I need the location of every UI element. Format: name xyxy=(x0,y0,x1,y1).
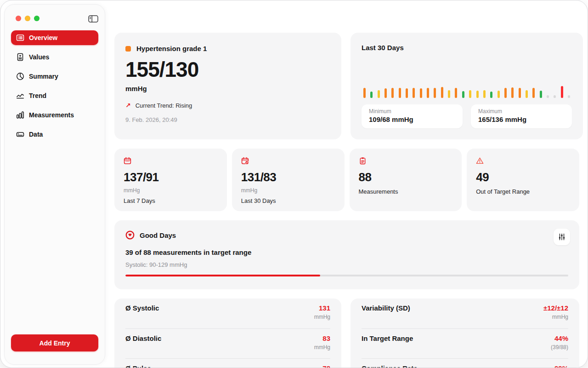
summary-row-sub: mmHg xyxy=(314,314,330,320)
stat-label: Out of Target Range xyxy=(476,188,570,195)
summary-row-label: Ø Diastolic xyxy=(125,334,161,342)
sidebar: OverviewValuesSummaryTrendMeasurementsDa… xyxy=(4,4,105,365)
summary-pie-icon xyxy=(16,72,24,80)
summary-row-value: 131 xyxy=(314,304,330,312)
variability-card: Variability (SD)±12/±12mmHgIn Target Ran… xyxy=(351,299,579,368)
zoom-window-button[interactable] xyxy=(34,16,40,21)
day-bar-high xyxy=(441,87,443,98)
summary-row-values: 83mmHg xyxy=(314,334,330,351)
summary-row-values: 131mmHg xyxy=(314,304,330,320)
sidebar-item-measurements[interactable]: Measurements xyxy=(11,108,98,122)
sidebar-item-trend[interactable]: Trend xyxy=(11,88,98,103)
sidebar-item-summary[interactable]: Summary xyxy=(11,69,98,84)
day-bar-elevated xyxy=(498,91,500,98)
good-days-title: Good Days xyxy=(140,231,176,239)
trend-line-icon xyxy=(16,92,24,100)
sidebar-item-data[interactable]: Data xyxy=(11,127,98,142)
stat-cards-row: 137/91mmHgLast 7 Days131/83mmHgLast 30 D… xyxy=(114,149,579,211)
target-range-label: Systolic: 90-129 mmHg xyxy=(125,261,568,268)
day-bar-none xyxy=(554,95,556,98)
day-bar-high xyxy=(399,88,401,98)
day-bar-high xyxy=(420,88,422,98)
good-days-summary: 39 of 88 measurements in target range xyxy=(125,248,568,256)
day-bar-high xyxy=(504,88,507,98)
sidebar-item-label: Trend xyxy=(29,92,46,99)
day-bar-high xyxy=(427,88,429,98)
summary-row-label: Ø Systolic xyxy=(125,304,159,312)
stat-value: 131/83 xyxy=(241,170,335,184)
minimize-window-button[interactable] xyxy=(25,16,30,21)
sidebar-item-label: Measurements xyxy=(29,111,74,119)
maximum-card: Maximum 165/136 mmHg xyxy=(471,104,572,128)
last-30-days-title: Last 30 Days xyxy=(362,44,572,52)
sidebar-item-label: Data xyxy=(29,131,43,138)
app-window: OverviewValuesSummaryTrendMeasurementsDa… xyxy=(0,0,588,368)
stat-label: Last 7 Days xyxy=(124,197,218,204)
day-bar-high xyxy=(384,88,387,98)
day-bar-none xyxy=(568,95,570,98)
calendar-check-icon xyxy=(241,157,249,165)
summary-row-label: Ø Pulse xyxy=(125,364,151,368)
summary-row-label: Variability (SD) xyxy=(362,304,410,312)
classification-label: Hypertension grade 1 xyxy=(136,45,207,52)
progress-track xyxy=(125,275,568,276)
maximum-label: Maximum xyxy=(478,108,565,115)
trend-label: Current Trend: Rising xyxy=(136,102,192,109)
warning-triangle-icon xyxy=(476,157,484,165)
summary-row-value: ±12/±12 xyxy=(543,304,568,312)
stat-card-last-7-days: 137/91mmHgLast 7 Days xyxy=(114,149,227,211)
day-bar-high xyxy=(413,88,415,98)
minmax-row: Minimum 109/68 mmHg Maximum 165/136 mmHg xyxy=(362,104,572,128)
reading-timestamp: 9. Feb. 2026, 20:49 xyxy=(125,116,330,123)
summary-row: Ø Systolic131mmHgØ Diastolic83mmHgØ Puls… xyxy=(114,299,579,368)
sidebar-toggle-icon[interactable] xyxy=(88,15,98,23)
day-bar-high xyxy=(519,88,521,98)
blood-pressure-unit: mmHg xyxy=(125,85,330,92)
good-days-row: Good Days 39 of 88 measurem xyxy=(114,220,579,289)
close-window-button[interactable] xyxy=(16,16,21,21)
stat-value: 49 xyxy=(476,170,570,184)
top-row: Hypertension grade 1 155/130 mmHg ↗ Curr… xyxy=(114,33,579,139)
good-days-card: Good Days 39 of 88 measurem xyxy=(114,220,579,289)
daily-bars-chart xyxy=(362,55,572,98)
add-entry-button[interactable]: Add Entry xyxy=(11,334,98,351)
calendar-icon xyxy=(124,157,131,165)
summary-row-value: 78 xyxy=(322,364,330,368)
summary-row-label: Compliance Rate xyxy=(362,364,418,368)
summary-row-sub: (39/88) xyxy=(551,344,568,351)
day-bar-elevated xyxy=(483,90,486,98)
day-bar-high xyxy=(406,88,408,98)
stat-value: 137/91 xyxy=(124,170,218,184)
clipboard-icon xyxy=(359,157,367,165)
day-bar-high xyxy=(391,88,394,98)
day-bar-normal xyxy=(540,91,542,98)
summary-row-values: 78 xyxy=(322,364,330,368)
day-bar-high xyxy=(434,88,436,98)
sidebar-nav: OverviewValuesSummaryTrendMeasurementsDa… xyxy=(11,30,98,142)
stat-unit: mmHg xyxy=(241,187,335,194)
day-bar-normal xyxy=(370,92,373,98)
sidebar-item-overview[interactable]: Overview xyxy=(11,30,98,45)
day-bar-elevated xyxy=(448,90,450,98)
summary-row-value: 99% xyxy=(554,364,568,368)
day-bar-elevated xyxy=(526,90,528,98)
stat-card-measurements: 88Measurements xyxy=(350,149,462,211)
heart-circle-icon xyxy=(125,230,135,240)
summary-row-sub: mmHg xyxy=(543,314,568,320)
values-document-icon xyxy=(16,53,24,61)
data-drive-icon xyxy=(16,130,24,138)
sliders-icon xyxy=(558,233,566,241)
day-bar-elevated xyxy=(378,90,380,98)
overview-list-icon xyxy=(16,34,24,42)
filter-button[interactable] xyxy=(554,229,570,245)
summary-row-item: Variability (SD)±12/±12mmHg xyxy=(362,299,568,328)
summary-row-item: Ø Diastolic83mmHg xyxy=(125,328,330,358)
good-days-header: Good Days xyxy=(125,230,568,240)
classification-header: Hypertension grade 1 xyxy=(125,45,330,52)
summary-row-item: Ø Systolic131mmHg xyxy=(125,299,330,328)
averages-card: Ø Systolic131mmHgØ Diastolic83mmHgØ Puls… xyxy=(114,299,341,368)
stat-value: 88 xyxy=(359,170,453,184)
summary-row-values: 99% xyxy=(554,364,568,368)
sidebar-item-values[interactable]: Values xyxy=(11,50,98,64)
day-bar-crisis xyxy=(561,86,563,98)
